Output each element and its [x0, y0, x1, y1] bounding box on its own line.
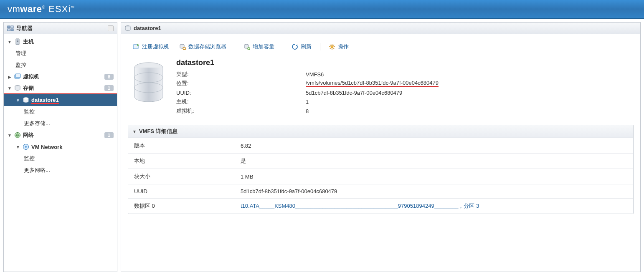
nav-more-storage[interactable]: 更多存储... [4, 118, 117, 129]
nav-more-network[interactable]: 更多网络... [4, 164, 117, 176]
svg-rect-8 [15, 74, 20, 78]
btn-label: 增加容量 [253, 43, 274, 50]
btn-label: 数据存储浏览器 [188, 43, 226, 50]
detail-val: t10.ATA_____KSM480______________________… [235, 199, 633, 214]
page-title: datastore1 [134, 25, 161, 31]
kv-val: VMFS6 [306, 71, 324, 78]
register-vm-icon [133, 43, 139, 50]
extent-link[interactable]: t10.ATA_____KSM480______________________… [241, 203, 479, 209]
svg-rect-2 [8, 29, 10, 31]
kv-key: UUID: [176, 90, 306, 96]
chevron-down-icon: ▼ [7, 133, 12, 138]
vmfs-detail-panel: ▼ VMFS 详细信息 版本6.82 本地是 块大小1 MB UUID5d1cb… [128, 125, 634, 214]
kv-row: UUID:5d1cb7df-8b351fdc-9a7f-00e04c680479 [176, 88, 439, 97]
detail-val: 1 MB [235, 169, 633, 184]
nav-storage[interactable]: ▼ 存储 1 [4, 83, 117, 94]
brand-ware: ware [20, 4, 42, 14]
summary-title: datastore1 [176, 58, 439, 67]
nav-vms[interactable]: ▶ 虚拟机 8 [4, 71, 117, 83]
nav-host-monitor[interactable]: 监控 [4, 59, 117, 71]
refresh-button[interactable]: 刷新 [288, 42, 315, 52]
nav-datastore1[interactable]: ▼ datastore1 [4, 94, 117, 106]
svg-point-13 [25, 146, 27, 148]
chevron-down-icon: ▼ [15, 98, 20, 103]
sidebar: 导航器 ▼ 主机 管理 监控 [0, 22, 121, 272]
nav-label: 网络 [23, 131, 102, 139]
brand-reg: ® [42, 5, 45, 10]
table-row: 版本6.82 [128, 138, 633, 154]
kv-key: 类型: [176, 71, 306, 78]
svg-point-20 [331, 45, 333, 48]
sidebar-collapse-button[interactable] [108, 25, 114, 31]
detail-header[interactable]: ▼ VMFS 详细信息 [128, 125, 633, 138]
sidebar-header: 导航器 [4, 23, 117, 34]
kv-key: 虚拟机: [176, 107, 306, 115]
table-row: 数据区 0t10.ATA_____KSM480_________________… [128, 199, 633, 214]
gear-icon [329, 43, 335, 50]
datastore-large-icon [131, 58, 166, 108]
kv-row: 类型:VMFS6 [176, 70, 439, 79]
globe-icon [14, 132, 21, 139]
svg-rect-5 [17, 40, 18, 40]
datastore-toolbar: 注册虚拟机 数据存储浏览器 增加容量 [128, 40, 634, 58]
detail-key: UUID [128, 184, 235, 199]
kv-row: 虚拟机:8 [176, 106, 439, 116]
nav-network-monitor[interactable]: 监控 [4, 153, 117, 164]
nav-host-manage[interactable]: 管理 [4, 48, 117, 59]
btn-label: 操作 [338, 43, 349, 50]
browse-button[interactable]: 数据存储浏览器 [176, 42, 230, 52]
nav-datastore-monitor[interactable]: 监控 [4, 106, 117, 118]
brand-esxi: ESXi™ [48, 4, 75, 15]
sidebar-title: 导航器 [16, 25, 33, 32]
brand-vm: vm [8, 4, 20, 14]
kv-val: 5d1cb7df-8b351fdc-9a7f-00e04c680479 [306, 90, 402, 96]
svg-rect-6 [17, 41, 18, 42]
detail-val: 5d1cb7df-8b351fdc-9a7f-00e04c680479 [235, 184, 633, 199]
btn-label: 注册虚拟机 [142, 43, 169, 50]
increase-capacity-button[interactable]: 增加容量 [240, 42, 278, 52]
network-icon [22, 144, 30, 150]
detail-key: 版本 [128, 138, 235, 154]
kv-row: 位置:/vmfs/volumes/5d1cb7df-8b351fdc-9a7f-… [176, 79, 439, 88]
nav-label: 主机 [23, 38, 114, 45]
brand-vmware: vmware® [8, 4, 45, 15]
vm-icon [14, 73, 21, 80]
detail-val: 6.82 [235, 138, 633, 154]
detail-key: 本地 [128, 154, 235, 169]
nav-badge: 1 [104, 132, 114, 138]
nav-network[interactable]: ▼ 网络 1 [4, 129, 117, 141]
detail-val: 是 [235, 154, 633, 169]
navigator-icon [7, 25, 14, 32]
svg-rect-0 [8, 26, 10, 28]
refresh-icon [292, 43, 298, 50]
nav-label: 监控 [24, 155, 114, 162]
kv-val: 1 [306, 99, 309, 105]
chevron-down-icon: ▼ [7, 86, 12, 91]
kv-val: 8 [306, 108, 309, 114]
kv-val: /vmfs/volumes/5d1cb7df-8b351fdc-9a7f-00e… [306, 80, 439, 87]
datastore-icon [22, 97, 30, 103]
svg-rect-1 [11, 26, 13, 28]
nav-label: VM Network [31, 144, 114, 150]
register-vm-button[interactable]: 注册虚拟机 [129, 42, 172, 52]
top-banner: vmware® ESXi™ [0, 0, 644, 19]
actions-button[interactable]: 操作 [325, 42, 352, 52]
kv-row: 主机:1 [176, 97, 439, 106]
datastore-summary: datastore1 类型:VMFS6 位置:/vmfs/volumes/5d1… [128, 58, 634, 116]
detail-key: 块大小 [128, 169, 235, 184]
storage-icon [14, 85, 21, 91]
table-row: 块大小1 MB [128, 169, 633, 184]
increase-icon [243, 43, 250, 50]
browser-icon [179, 43, 186, 50]
chevron-down-icon: ▼ [7, 40, 12, 44]
nav-label: 虚拟机 [23, 73, 102, 81]
nav-badge: 8 [104, 74, 114, 80]
nav-label: 监控 [15, 61, 114, 69]
table-row: 本地是 [128, 154, 633, 169]
nav-label: datastore1 [31, 97, 114, 104]
nav-vm-network[interactable]: ▼ VM Network [4, 141, 117, 153]
nav-label: 监控 [24, 108, 114, 116]
detail-key: 数据区 0 [128, 199, 235, 214]
btn-label: 刷新 [301, 43, 312, 50]
nav-host[interactable]: ▼ 主机 [4, 36, 117, 48]
